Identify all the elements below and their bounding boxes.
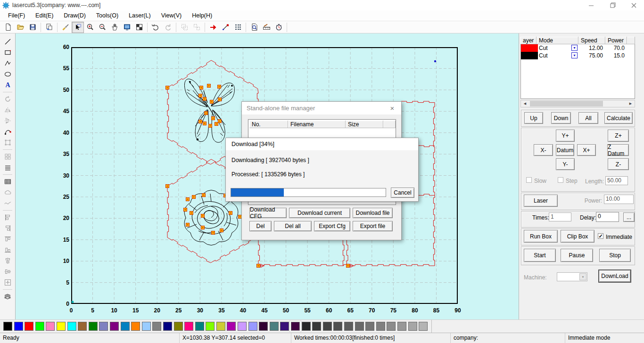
menu-item-file[interactable]: File(F)	[3, 12, 30, 19]
times-input[interactable]: 1	[549, 212, 571, 221]
palette-color-20[interactable]	[216, 322, 225, 331]
palette-color-9[interactable]	[99, 322, 108, 331]
palette-color-23[interactable]	[248, 322, 257, 331]
download-current-button[interactable]: Download current	[289, 208, 350, 218]
polyline-tool[interactable]	[2, 58, 13, 69]
palette-color-22[interactable]	[238, 322, 247, 331]
layer-mode-cell[interactable]: Cut	[539, 45, 548, 51]
display-settings-button[interactable]	[121, 22, 133, 33]
palette-color-8[interactable]	[89, 322, 98, 331]
brush-button[interactable]	[59, 22, 72, 33]
palette-color-11[interactable]	[121, 322, 130, 331]
palette-color-4[interactable]	[46, 322, 55, 331]
zoom-out-button[interactable]	[96, 22, 108, 33]
del-button[interactable]: Del	[249, 221, 272, 231]
group-button[interactable]	[178, 22, 190, 33]
download-titlebar[interactable]: Download [34%]	[226, 138, 418, 150]
align-right[interactable]	[2, 223, 13, 234]
laser-origin-button[interactable]	[207, 22, 219, 33]
menu-item-view[interactable]: View(V)	[156, 12, 187, 19]
line-tool[interactable]	[2, 36, 13, 47]
palette-color-35[interactable]	[376, 322, 385, 331]
dialog-close-icon[interactable]: ×	[388, 104, 396, 112]
palette-color-15[interactable]	[163, 322, 172, 331]
menu-item-edit[interactable]: Edit(E)	[30, 12, 58, 19]
simulate-ruler-button[interactable]	[260, 22, 272, 33]
palette-color-19[interactable]	[206, 322, 215, 331]
layer-speed-cell[interactable]: 12.00	[578, 45, 603, 51]
align-bottom[interactable]	[2, 245, 13, 255]
menu-item-tools[interactable]: Tools(O)	[91, 12, 124, 19]
palette-color-12[interactable]	[131, 322, 140, 331]
palette-color-38[interactable]	[408, 322, 417, 331]
close-button[interactable]	[623, 0, 644, 10]
redo-button[interactable]	[162, 22, 174, 33]
palette-color-39[interactable]	[419, 322, 428, 331]
save-file-button[interactable]	[26, 22, 39, 33]
menu-item-draw[interactable]: Draw(D)	[58, 12, 91, 19]
layer-color-swatch[interactable]	[521, 52, 538, 59]
text-tool[interactable]: A	[2, 80, 13, 90]
delay-input[interactable]: 0	[596, 212, 619, 222]
z-minus-button[interactable]: Z-	[608, 158, 629, 170]
print-preview-button[interactable]	[248, 22, 260, 33]
node-edit-tool[interactable]	[2, 126, 13, 137]
palette-color-33[interactable]	[355, 322, 364, 331]
palette-color-2[interactable]	[25, 322, 33, 331]
start-button[interactable]: Start	[524, 249, 556, 262]
import-export-button[interactable]	[43, 22, 55, 33]
palette-color-31[interactable]	[333, 322, 342, 331]
layer-mode-cell[interactable]: Cut	[539, 52, 548, 59]
pan-hand-button[interactable]	[108, 22, 121, 33]
palette-color-18[interactable]	[195, 322, 204, 331]
menu-item-laser[interactable]: Laser(L)	[124, 12, 156, 19]
stop-button[interactable]: Stop	[599, 249, 631, 262]
palette-color-16[interactable]	[174, 322, 183, 331]
del-all-button[interactable]: Del all	[274, 221, 312, 231]
x-minus-button[interactable]: X-	[534, 144, 553, 156]
scroll-left-icon[interactable]: ◀	[521, 101, 528, 106]
slow-checkbox[interactable]	[526, 177, 532, 183]
curve-tool[interactable]	[2, 198, 13, 209]
mode-dropdown-icon[interactable]: ▼	[571, 45, 578, 51]
pause-button[interactable]: Pause	[561, 249, 593, 262]
open-file-button[interactable]	[14, 22, 26, 33]
machine-combobox[interactable]: ▼	[557, 272, 587, 281]
x-plus-button[interactable]: X+	[577, 144, 596, 156]
palette-color-25[interactable]	[270, 322, 279, 331]
palette-color-13[interactable]	[142, 322, 151, 331]
palette-color-14[interactable]	[152, 322, 161, 331]
hatch-tool[interactable]	[2, 162, 13, 173]
up-button[interactable]: Up	[524, 112, 543, 124]
delay-more-button[interactable]: ...	[623, 212, 635, 222]
clip-box-button[interactable]: Clip Box	[561, 230, 594, 243]
ellipse-tool[interactable]	[2, 69, 13, 80]
layer-speed-cell[interactable]: 75.00	[578, 52, 603, 59]
y-minus-button[interactable]: Y-	[556, 158, 575, 170]
palette-color-0[interactable]	[3, 322, 12, 331]
rotate-tool[interactable]	[2, 94, 13, 105]
center-to-page[interactable]	[2, 277, 13, 288]
combo-dropdown-icon[interactable]: ▼	[579, 273, 586, 280]
align-center-vertical[interactable]	[2, 266, 13, 277]
download-file-button[interactable]: Download file	[353, 208, 393, 218]
length-input[interactable]: 50.00	[605, 176, 628, 185]
layer-table-scrollbar[interactable]: ◀ ▶	[520, 100, 635, 107]
z-plus-button[interactable]: Z+	[608, 130, 629, 142]
run-box-button[interactable]: Run Box	[524, 230, 558, 243]
mirror-vertical-tool[interactable]	[2, 115, 13, 126]
undo-button[interactable]	[149, 22, 162, 33]
y-plus-button[interactable]: Y+	[556, 130, 575, 142]
palette-color-6[interactable]	[67, 322, 76, 331]
layer-color-swatch[interactable]	[521, 44, 538, 52]
column-header-power[interactable]: Power	[605, 37, 627, 44]
layer-power-cell[interactable]: 15.0	[605, 52, 625, 59]
palette-color-1[interactable]	[14, 322, 23, 331]
palette-color-32[interactable]	[344, 322, 353, 331]
file-column-no[interactable]: No.	[249, 121, 288, 128]
calculate-button[interactable]: Calculate	[604, 112, 633, 124]
layer-power-cell[interactable]: 70.0	[605, 45, 625, 51]
align-left[interactable]	[2, 212, 13, 223]
power-input[interactable]: 10.00	[604, 195, 634, 204]
scrollbar-thumb[interactable]	[530, 101, 603, 106]
